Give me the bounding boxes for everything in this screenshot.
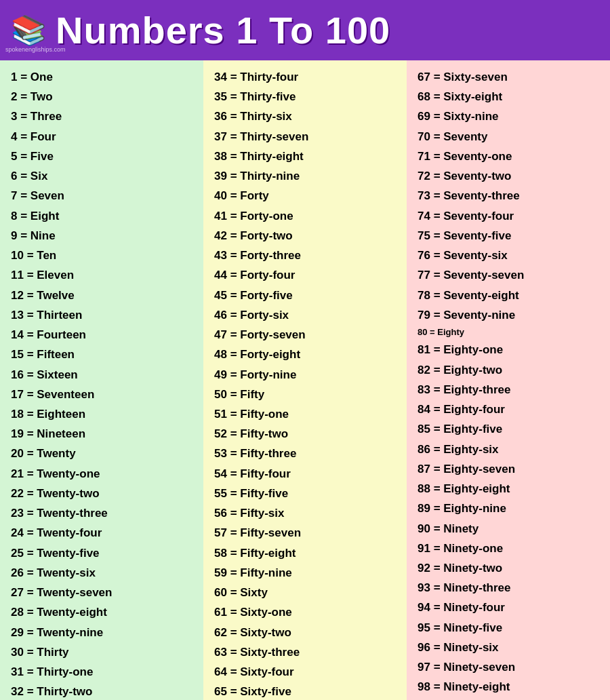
- list-item: 13 = Thirteen: [11, 305, 192, 325]
- list-item: 15 = Fifteen: [11, 345, 192, 364]
- list-item: 23 = Twenty-three: [11, 503, 192, 523]
- list-item: 98 = Ninety-eight: [418, 677, 599, 697]
- list-item: 88 = Eighty-eight: [418, 479, 599, 499]
- list-item: 94 = Ninety-four: [418, 598, 599, 617]
- list-item: 41 = Forty-one: [214, 206, 396, 226]
- list-item: 85 = Eighty-five: [418, 419, 599, 439]
- list-item: 8 = Eight: [11, 206, 192, 226]
- list-item: 65 = Sixty-five: [214, 682, 396, 700]
- list-item: 90 = Ninety: [418, 519, 599, 539]
- list-item: 31 = Thirty-one: [11, 662, 192, 682]
- list-item: 34 = Thirty-four: [214, 67, 396, 87]
- list-item: 21 = Twenty-one: [11, 464, 192, 484]
- list-item: 55 = Fifty-five: [214, 484, 396, 503]
- list-item: 51 = Fifty-one: [214, 404, 396, 424]
- list-item: 4 = Four: [11, 127, 192, 147]
- list-item: 36 = Thirty-six: [214, 106, 396, 126]
- list-item: 95 = Ninety-five: [418, 618, 599, 638]
- column-1: 1 = One2 = Two3 = Three4 = Four5 = Five6…: [0, 60, 203, 700]
- list-item: 17 = Seventeen: [11, 385, 192, 404]
- list-item: 35 = Thirty-five: [214, 87, 396, 106]
- column-2: 34 = Thirty-four35 = Thirty-five36 = Thi…: [203, 60, 407, 700]
- page-wrapper: 📚 Numbers 1 To 100 spokenengliships.com …: [0, 0, 610, 700]
- list-item: 70 = Seventy: [418, 127, 599, 147]
- list-item: 48 = Forty-eight: [214, 345, 396, 364]
- list-item: 52 = Fifty-two: [214, 424, 396, 444]
- list-item: 46 = Forty-six: [214, 305, 396, 325]
- list-item: 49 = Forty-nine: [214, 365, 396, 385]
- list-item: 74 = Seventy-four: [418, 206, 599, 226]
- list-item: 22 = Twenty-two: [11, 484, 192, 503]
- list-item: 56 = Fifty-six: [214, 503, 396, 523]
- list-item: 42 = Forty-two: [214, 226, 396, 246]
- column-3: 67 = Sixty-seven68 = Sixty-eight69 = Six…: [407, 60, 610, 700]
- list-item: 97 = Ninety-seven: [418, 657, 599, 677]
- book-icon: 📚: [11, 14, 46, 47]
- list-item: 89 = Eighty-nine: [418, 499, 599, 518]
- list-item: 57 = Fifty-seven: [214, 523, 396, 543]
- list-item: 59 = Fifty-nine: [214, 563, 396, 583]
- list-item: 61 = Sixty-one: [214, 602, 396, 622]
- list-item: 76 = Seventy-six: [418, 246, 599, 265]
- list-item: 80 = Eighty: [418, 325, 599, 340]
- list-item: 77 = Seventy-seven: [418, 265, 599, 285]
- list-item: 18 = Eighteen: [11, 404, 192, 424]
- list-item: 54 = Fifty-four: [214, 464, 396, 484]
- list-item: 37 = Thirty-seven: [214, 127, 396, 147]
- list-item: 26 = Twenty-six: [11, 563, 192, 583]
- content-area: 1 = One2 = Two3 = Three4 = Four5 = Five6…: [0, 60, 610, 700]
- list-item: 87 = Eighty-seven: [418, 459, 599, 479]
- watermark: spokenengliships.com: [5, 46, 66, 53]
- list-item: 14 = Fourteen: [11, 325, 192, 345]
- list-item: 27 = Twenty-seven: [11, 583, 192, 602]
- list-item: 47 = Forty-seven: [214, 325, 396, 345]
- list-item: 91 = Ninety-one: [418, 539, 599, 558]
- list-item: 99 = Ninety-nine: [418, 697, 599, 700]
- list-item: 28 = Twenty-eight: [11, 602, 192, 622]
- list-item: 62 = Sixty-two: [214, 623, 396, 642]
- list-item: 78 = Seventy-eight: [418, 286, 599, 305]
- list-item: 7 = Seven: [11, 186, 192, 206]
- list-item: 24 = Twenty-four: [11, 523, 192, 543]
- header: 📚 Numbers 1 To 100: [0, 0, 610, 60]
- list-item: 11 = Eleven: [11, 265, 192, 285]
- list-item: 82 = Eighty-two: [418, 360, 599, 380]
- list-item: 10 = Ten: [11, 246, 192, 265]
- list-item: 6 = Six: [11, 166, 192, 186]
- list-item: 64 = Sixty-four: [214, 662, 396, 682]
- list-item: 53 = Fifty-three: [214, 444, 396, 463]
- list-item: 1 = One: [11, 67, 192, 87]
- list-item: 81 = Eighty-one: [418, 340, 599, 359]
- list-item: 43 = Forty-three: [214, 246, 396, 265]
- list-item: 92 = Ninety-two: [418, 558, 599, 578]
- list-item: 32 = Thirty-two: [11, 682, 192, 700]
- list-item: 79 = Seventy-nine: [418, 305, 599, 325]
- list-item: 3 = Three: [11, 106, 192, 126]
- list-item: 38 = Thirty-eight: [214, 147, 396, 166]
- list-item: 45 = Forty-five: [214, 286, 396, 305]
- list-item: 75 = Seventy-five: [418, 226, 599, 246]
- list-item: 84 = Eighty-four: [418, 400, 599, 419]
- list-item: 72 = Seventy-two: [418, 166, 599, 186]
- list-item: 25 = Twenty-five: [11, 543, 192, 563]
- list-item: 71 = Seventy-one: [418, 147, 599, 166]
- list-item: 16 = Sixteen: [11, 365, 192, 385]
- list-item: 9 = Nine: [11, 226, 192, 246]
- list-item: 44 = Forty-four: [214, 265, 396, 285]
- list-item: 96 = Ninety-six: [418, 638, 599, 657]
- list-item: 58 = Fifty-eight: [214, 543, 396, 563]
- list-item: 39 = Thirty-nine: [214, 166, 396, 186]
- list-item: 12 = Twelve: [11, 286, 192, 305]
- list-item: 93 = Ninety-three: [418, 578, 599, 598]
- list-item: 5 = Five: [11, 147, 192, 166]
- list-item: 29 = Twenty-nine: [11, 623, 192, 642]
- page-title: Numbers 1 To 100: [56, 8, 390, 52]
- list-item: 60 = Sixty: [214, 583, 396, 602]
- list-item: 86 = Eighty-six: [418, 440, 599, 459]
- list-item: 73 = Seventy-three: [418, 186, 599, 206]
- list-item: 2 = Two: [11, 87, 192, 106]
- list-item: 83 = Eighty-three: [418, 380, 599, 400]
- list-item: 50 = Fifty: [214, 385, 396, 404]
- list-item: 40 = Forty: [214, 186, 396, 206]
- list-item: 67 = Sixty-seven: [418, 67, 599, 87]
